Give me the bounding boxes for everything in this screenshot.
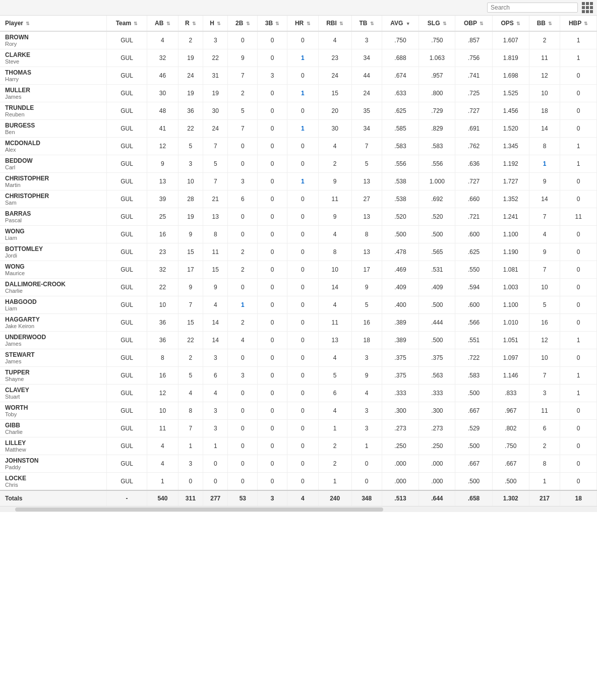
col-header-h[interactable]: H ⇅ <box>203 16 228 31</box>
cell-2b: 0 <box>228 208 258 226</box>
cell-3b: 0 <box>258 402 287 420</box>
col-header-hr[interactable]: HR ⇅ <box>287 16 318 31</box>
cell-hr: 0 <box>287 190 318 208</box>
col-header-ops[interactable]: OPS ⇅ <box>492 16 529 31</box>
cell-2b: 2 <box>228 314 258 332</box>
player-cell: BEDDOWCarl <box>0 155 107 173</box>
totals-hbp: 18 <box>560 490 597 506</box>
cell-bb: 12 <box>529 67 560 85</box>
player-last-name: BOTTOMLEY <box>5 245 103 252</box>
player-cell: CLARKESteve <box>0 49 107 67</box>
cell-2b: 0 <box>228 473 258 491</box>
player-last-name: CLARKE <box>5 51 103 58</box>
totals-avg: .513 <box>382 490 419 506</box>
cell-ab: 1 <box>147 473 178 491</box>
player-first-name: Jake Keiron <box>5 323 103 329</box>
col-header-2b[interactable]: 2B ⇅ <box>228 16 258 31</box>
player-last-name: WONG <box>5 263 103 270</box>
cell-bb: 2 <box>529 437 560 455</box>
cell-hbp: 0 <box>560 243 597 261</box>
table-row: WONGMauriceGUL3217152001017.469.531.5501… <box>0 261 597 279</box>
cell-ops: 1.819 <box>492 49 529 67</box>
col-header-3b[interactable]: 3B ⇅ <box>258 16 287 31</box>
cell-rbi: 4 <box>318 349 351 367</box>
col-header-player[interactable]: Player ⇅ <box>0 16 107 31</box>
cell-bb: 4 <box>529 226 560 243</box>
cell-slg: .531 <box>419 261 455 279</box>
cell-hr: 0 <box>287 67 318 85</box>
table-row: WONGLiamGUL169800048.500.500.6001.10040 <box>0 226 597 243</box>
player-cell: TUPPERShayne <box>0 367 107 385</box>
cell-tb: 17 <box>351 261 382 279</box>
cell-bb: 10 <box>529 279 560 296</box>
table-row: HABGOODLiamGUL107410045.400.500.6001.100… <box>0 296 597 314</box>
cell-avg: .409 <box>382 279 419 296</box>
player-last-name: CLAVEY <box>5 387 103 394</box>
col-header-tb[interactable]: TB ⇅ <box>351 16 382 31</box>
cell-hbp: 1 <box>560 155 597 173</box>
cell-r: 19 <box>178 85 203 102</box>
totals-ab: 540 <box>147 490 178 506</box>
cell-r: 22 <box>178 332 203 349</box>
cell-r: 22 <box>178 120 203 138</box>
cell-r: 19 <box>178 208 203 226</box>
cell-ab: 30 <box>147 85 178 102</box>
col-header-rbi[interactable]: RBI ⇅ <box>318 16 351 31</box>
cell-avg: .585 <box>382 120 419 138</box>
cell-tb: 0 <box>351 455 382 473</box>
cell-h: 19 <box>203 85 228 102</box>
cell-bb: 7 <box>529 367 560 385</box>
cell-ab: 12 <box>147 138 178 155</box>
horizontal-scrollbar[interactable] <box>0 506 597 512</box>
cell-2b: 2 <box>228 85 258 102</box>
cell-hbp: 0 <box>560 120 597 138</box>
cell-team: GUL <box>107 332 147 349</box>
col-header-slg[interactable]: SLG ⇅ <box>419 16 455 31</box>
cell-bb: 10 <box>529 85 560 102</box>
search-box[interactable] <box>487 3 578 13</box>
cell-hr: 0 <box>287 138 318 155</box>
cell-tb: 13 <box>351 243 382 261</box>
scrollbar-thumb[interactable] <box>15 507 383 512</box>
player-cell: LILLEYMatthew <box>0 437 107 455</box>
col-header-hbp[interactable]: HBP ⇅ <box>560 16 597 31</box>
cell-slg: .563 <box>419 367 455 385</box>
cell-ops: 1.698 <box>492 67 529 85</box>
col-header-team[interactable]: Team ⇅ <box>107 16 147 31</box>
cell-2b: 0 <box>228 402 258 420</box>
cell-h: 3 <box>203 349 228 367</box>
table-row: DALLIMORE-CROOKCharlieGUL2299000149.409.… <box>0 279 597 296</box>
cell-tb: 4 <box>351 385 382 402</box>
player-first-name: Chris <box>5 482 103 488</box>
cell-tb: 3 <box>351 349 382 367</box>
table-row: CHRISTOPHERSamGUL3928216001127.538.692.6… <box>0 190 597 208</box>
cell-ab: 8 <box>147 349 178 367</box>
cell-ab: 9 <box>147 155 178 173</box>
search-input[interactable] <box>491 4 574 11</box>
player-cell: CLAVEYStuart <box>0 385 107 402</box>
cell-3b: 0 <box>258 385 287 402</box>
cell-3b: 0 <box>258 49 287 67</box>
col-header-obp[interactable]: OBP ⇅ <box>455 16 493 31</box>
cell-hr: 0 <box>287 420 318 437</box>
cell-2b: 6 <box>228 190 258 208</box>
player-first-name: Sam <box>5 200 103 206</box>
player-first-name: Stuart <box>5 394 103 400</box>
cell-rbi: 8 <box>318 243 351 261</box>
player-last-name: WORTH <box>5 404 103 411</box>
cell-obp: .857 <box>455 31 493 49</box>
player-first-name: Maurice <box>5 270 103 276</box>
grid-view-icon[interactable] <box>582 2 593 13</box>
cell-obp: .600 <box>455 296 493 314</box>
col-header-bb[interactable]: BB ⇅ <box>529 16 560 31</box>
col-header-avg[interactable]: AVG ▼ <box>382 16 419 31</box>
cell-ab: 36 <box>147 314 178 332</box>
cell-avg: .000 <box>382 455 419 473</box>
cell-r: 15 <box>178 314 203 332</box>
cell-r: 19 <box>178 49 203 67</box>
col-header-r[interactable]: R ⇅ <box>178 16 203 31</box>
cell-avg: .500 <box>382 226 419 243</box>
col-header-ab[interactable]: AB ⇅ <box>147 16 178 31</box>
cell-r: 3 <box>178 455 203 473</box>
top-bar <box>0 0 597 16</box>
